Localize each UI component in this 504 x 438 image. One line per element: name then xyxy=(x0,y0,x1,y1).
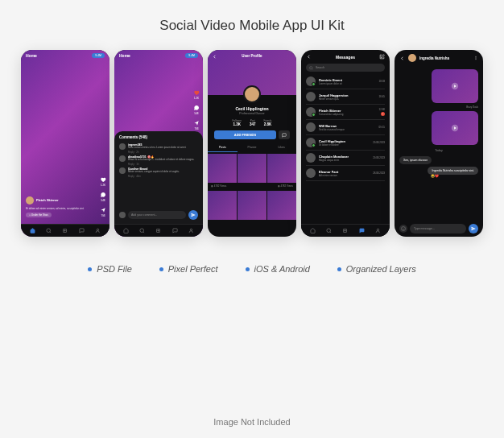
message-input[interactable]: Type message... xyxy=(410,224,466,233)
comments-sheet: Comments (548) ingram345Nunc cursus metu… xyxy=(114,131,203,224)
grid-cell[interactable] xyxy=(238,154,266,183)
back-icon[interactable] xyxy=(306,54,312,60)
search-icon xyxy=(309,66,313,70)
video-caption: Et dolore ad minim veniam, ad minim, sus… xyxy=(26,207,95,210)
message-preview: Sed do eiusmod tempor xyxy=(319,128,375,131)
svg-point-6 xyxy=(310,66,312,68)
nav-search-icon[interactable] xyxy=(139,228,145,234)
message-time: 29.08.2023 xyxy=(373,156,385,159)
comment-text: Minim veniam, congue sapien id dolor et … xyxy=(128,171,198,174)
music-pill[interactable]: ♫ Under the Stars xyxy=(26,213,52,217)
outgoing-message[interactable]: Ingredia Nutrisha suscipitelar sint. 😂❤️ xyxy=(428,167,478,175)
grid-cell[interactable] xyxy=(267,154,296,183)
nav-add-icon[interactable] xyxy=(62,228,68,234)
grid-cell[interactable] xyxy=(208,191,237,220)
video-message[interactable] xyxy=(432,111,478,145)
grid-cell[interactable] xyxy=(238,191,266,220)
comment-avatar xyxy=(119,143,126,150)
message-item[interactable]: Fletch SkinnerConsectetur adipiscing12:3… xyxy=(306,105,385,120)
message-item[interactable]: Will BarrowSed do eiusmod tempor09:15 xyxy=(306,120,385,135)
grid-cell[interactable] xyxy=(267,191,296,220)
comment-button[interactable]: 548 xyxy=(100,192,106,202)
day-separator: Today xyxy=(399,149,478,152)
profile-avatar[interactable] xyxy=(243,85,261,103)
author-avatar[interactable] xyxy=(26,196,34,205)
back-icon[interactable] xyxy=(212,54,217,60)
share-button[interactable]: 793 xyxy=(100,207,106,217)
comment-input[interactable]: Add your comment... xyxy=(128,211,186,219)
tab-posts[interactable]: Posts xyxy=(208,143,238,152)
contact-avatar[interactable] xyxy=(408,54,416,62)
stat-friends[interactable]: Friends2.8K xyxy=(263,119,271,126)
like-count: 1.2K xyxy=(101,184,105,187)
like-button[interactable]: 1.2K xyxy=(100,176,106,187)
share-button[interactable]: 793 xyxy=(193,120,200,130)
nav-search-icon[interactable] xyxy=(46,228,52,234)
back-icon[interactable] xyxy=(399,56,405,61)
play-icon xyxy=(451,82,459,90)
more-icon[interactable] xyxy=(473,56,478,60)
incoming-message[interactable]: Xen, ipsum elusnor xyxy=(399,156,432,164)
share-count: 793 xyxy=(194,127,198,130)
add-friends-button[interactable]: ADD FRIENDS xyxy=(214,130,276,139)
comment-meta: Reply · 44m xyxy=(128,175,198,178)
message-item[interactable]: Jarquil HaggerstonMinim veniam quis16:45 xyxy=(306,89,385,105)
message-item[interactable]: Eleanor FantAd minim veniam28.08.2023 xyxy=(306,166,385,181)
video-message[interactable] xyxy=(432,69,478,103)
comment-meta: Reply · 1h xyxy=(128,163,198,166)
nav-add-icon[interactable] xyxy=(155,228,161,234)
emoji-button[interactable] xyxy=(399,225,407,233)
comment-count: 548 xyxy=(194,112,198,115)
nav-messages-icon[interactable] xyxy=(359,228,365,234)
grid-cell[interactable] xyxy=(208,154,237,183)
profile-header: User Profile xyxy=(208,50,296,58)
message-button[interactable] xyxy=(279,130,290,139)
like-button[interactable]: 1.2K xyxy=(193,89,200,100)
comment-item[interactable]: Gunther BeardMinim veniam, congue sapien… xyxy=(119,167,198,178)
comment-item[interactable]: dinadiwa5731 🎯🔥Bhaut hi acha banaya — in… xyxy=(119,155,198,166)
nav-home-icon[interactable] xyxy=(30,228,35,234)
message-item[interactable]: Dominic EmentLorem ipsum dolor sit18:03 xyxy=(306,74,385,89)
stat-followers[interactable]: Follower1.3K xyxy=(233,119,242,126)
contact-avatar xyxy=(306,92,316,101)
nav-add-icon[interactable] xyxy=(342,228,348,234)
nav-home-icon[interactable] xyxy=(310,228,316,234)
view-count: ◉ 4782 Views xyxy=(278,184,293,188)
message-preview: Ad minim veniam xyxy=(319,174,370,177)
message-user: Biary Douk xyxy=(466,105,478,109)
footer-note: Image Not Included xyxy=(213,417,290,427)
contact-name: Ingredia Nutrisha xyxy=(419,56,449,60)
screen-home-feed: Home 9.4M Fletch Skinner Et dolore ad mi… xyxy=(21,50,109,237)
nav-profile-icon[interactable] xyxy=(188,228,194,234)
stat-posts[interactable]: Post347 xyxy=(250,119,256,126)
nav-messages-icon[interactable] xyxy=(79,228,85,234)
author-name[interactable]: Fletch Skinner xyxy=(36,198,59,202)
svg-point-3 xyxy=(140,228,144,232)
nav-search-icon[interactable] xyxy=(326,228,332,234)
message-preview: Consectetur adipiscing xyxy=(319,113,375,116)
comment-button[interactable]: 548 xyxy=(193,105,200,115)
nav-profile-icon[interactable] xyxy=(375,228,381,234)
comment-item[interactable]: ingram345Nunc cursus metus sit eu. Lorem… xyxy=(119,143,198,154)
screen-messages: Messages Search Dominic EmentLorem ipsum… xyxy=(301,50,390,237)
like-count: 1.2K xyxy=(194,97,199,100)
comments-title: Comments (548) xyxy=(119,135,198,139)
compose-icon[interactable] xyxy=(379,54,385,60)
message-time: 09:15 xyxy=(378,126,385,129)
search-input[interactable]: Search xyxy=(306,64,385,72)
svg-point-9 xyxy=(378,229,379,230)
nav-messages-icon[interactable] xyxy=(172,228,178,234)
nav-profile-icon[interactable] xyxy=(95,228,101,234)
reaction-icon[interactable]: 😂❤️ xyxy=(431,174,439,178)
tab-private[interactable]: Private xyxy=(238,143,267,152)
home-label: Home xyxy=(26,53,37,58)
tab-likes[interactable]: Likes xyxy=(266,143,296,152)
message-item[interactable]: Cecil HipplingtonUt labore et dolore29.0… xyxy=(306,135,385,151)
comment-meta: Reply · 2h xyxy=(128,151,198,154)
nav-home-icon[interactable] xyxy=(123,228,129,234)
svg-point-15 xyxy=(402,227,406,231)
send-button[interactable] xyxy=(188,210,198,220)
message-item[interactable]: Chaplain MondoverMagna aliqua enim29.08.… xyxy=(306,151,385,166)
feature-item: PSD File xyxy=(88,264,131,274)
send-button[interactable] xyxy=(469,224,478,233)
